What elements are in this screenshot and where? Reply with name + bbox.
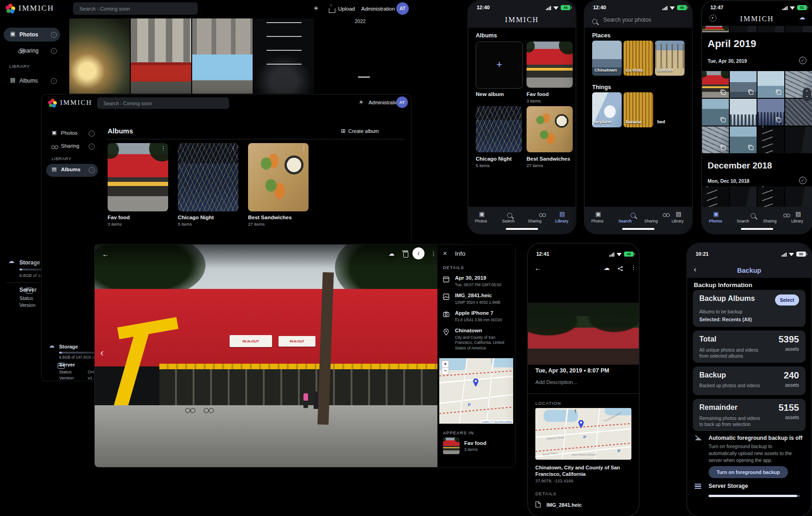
avatar[interactable]: AT (396, 2, 409, 15)
album-card[interactable] (527, 42, 573, 88)
photo-tile[interactable] (730, 71, 757, 98)
create-album-button[interactable]: Create album (348, 128, 379, 134)
sidebar-photos-label[interactable]: Photos (61, 130, 78, 136)
nav-library-label[interactable]: Library (672, 219, 684, 223)
album-card[interactable] (527, 106, 573, 152)
photo-tile[interactable] (702, 71, 729, 98)
new-album-card[interactable]: + (476, 42, 523, 89)
location-map[interactable]: † Jefferson Street Beach Street The Emba… (535, 408, 631, 460)
photo-tile[interactable] (757, 186, 784, 208)
sidebar-albums-label[interactable]: Albums (19, 78, 38, 84)
close-icon[interactable]: × (443, 249, 447, 257)
nav-search-label[interactable]: Search (737, 219, 749, 223)
nav-sharing-label[interactable]: Sharing (644, 219, 658, 223)
photo-thumbnail[interactable] (69, 18, 130, 94)
nav-library-label[interactable]: Library (791, 219, 803, 223)
map-zoom-in-button[interactable]: + (442, 360, 449, 368)
select-day-check-icon[interactable]: ✓ (799, 177, 806, 184)
nav-photos-icon[interactable]: ▣ (713, 210, 719, 217)
administration-link[interactable]: Administration (361, 6, 395, 12)
previous-asset-chevron[interactable]: ‹ (100, 347, 103, 359)
nav-search-label[interactable]: Search (618, 219, 631, 223)
album-name[interactable]: Fav food (527, 91, 549, 97)
photo-tile[interactable] (757, 71, 784, 98)
album-name[interactable]: Chicago Night (476, 156, 512, 162)
theme-toggle-sun-icon[interactable]: ☀ (358, 99, 364, 106)
upload-cloud-icon[interactable]: ☁ (388, 250, 394, 257)
thing-thumbnail[interactable]: airplane (592, 92, 622, 127)
album-more-icon[interactable]: ⋮ (301, 145, 306, 151)
select-day-check-icon[interactable]: ✓ (799, 57, 806, 64)
thing-thumbnail[interactable]: bed (655, 92, 685, 127)
more-icon[interactable]: ⋮ (630, 264, 636, 271)
info-circle-icon[interactable]: i (51, 32, 57, 38)
upload-button[interactable]: Upload (338, 6, 355, 12)
nav-sharing-label[interactable]: Sharing (528, 219, 541, 223)
album-name[interactable]: Best Sandwiches (527, 156, 570, 162)
share-icon[interactable] (618, 266, 623, 271)
description-input[interactable]: Add Description... (535, 379, 577, 385)
album-card[interactable] (178, 143, 238, 211)
search-input[interactable]: Search - Coming soon (73, 2, 198, 15)
album-name[interactable]: Fav food (108, 215, 130, 220)
asset-photo[interactable]: IN-N-OUT IN-N-OUT (95, 245, 437, 467)
info-circle-icon[interactable]: i (51, 48, 57, 54)
upload-cloud-icon[interactable]: ☁ (604, 264, 610, 271)
asset-photo[interactable] (528, 303, 639, 365)
album-name[interactable]: Best Sandwiches (248, 215, 292, 220)
sidebar-sharing-label[interactable]: Sharing (61, 143, 79, 149)
nav-library-icon[interactable]: ▤ (559, 210, 565, 217)
nav-sharing-label[interactable]: Sharing (763, 219, 776, 223)
photo-thumbnail[interactable] (131, 18, 191, 94)
place-thumbnail[interactable]: Lincoln (655, 41, 685, 76)
nav-library-icon[interactable]: ▤ (676, 210, 681, 217)
nav-search-label[interactable]: Search (502, 219, 515, 223)
upload-tray-icon[interactable] (329, 8, 335, 13)
photo-tile[interactable] (730, 126, 757, 153)
sidebar-sharing-label[interactable]: Sharing (19, 48, 38, 54)
nav-photos-label[interactable]: Photos (709, 219, 722, 223)
album-name[interactable]: Chicago Night (178, 215, 214, 220)
nav-search-icon[interactable] (630, 213, 636, 218)
photo-tile[interactable] (702, 126, 729, 153)
nav-search-icon[interactable] (751, 213, 756, 218)
info-circle-icon[interactable]: i (89, 167, 95, 173)
album-card[interactable] (248, 143, 309, 211)
search-input[interactable]: Search - Coming soon (97, 97, 229, 109)
photo-tile[interactable] (730, 99, 757, 126)
info-circle-icon[interactable]: i (89, 144, 95, 150)
theme-toggle-sun-icon[interactable]: ☀ (313, 5, 319, 12)
map-zoom-out-button[interactable]: − (442, 367, 449, 375)
photo-tile[interactable] (785, 99, 812, 126)
info-button-active[interactable]: i (412, 247, 424, 259)
appears-in-thumbnail[interactable] (443, 438, 460, 454)
photo-tile[interactable] (702, 186, 729, 208)
photo-tile[interactable] (757, 126, 784, 153)
nav-sharing-icon[interactable] (539, 213, 546, 218)
photo-tile[interactable] (757, 99, 784, 126)
info-map[interactable]: P + − Leaflet | © OpenStreetMap (439, 358, 513, 424)
timeline-scrubber[interactable] (358, 77, 370, 78)
nav-photos-icon[interactable]: ▣ (479, 210, 485, 217)
info-circle-icon[interactable]: i (51, 78, 57, 84)
nav-library-label[interactable]: Library (555, 219, 569, 223)
nav-library-icon[interactable]: ▤ (795, 210, 801, 217)
search-input[interactable]: Search your photos (603, 17, 651, 23)
nav-photos-label[interactable]: Photos (591, 219, 603, 223)
appears-in-album-name[interactable]: Fav food (464, 440, 486, 446)
backup-cloud-icon[interactable]: ☁ (799, 14, 805, 21)
photo-thumbnail[interactable] (254, 18, 314, 94)
nav-sharing-icon[interactable] (663, 213, 670, 218)
timeline-scrubber[interactable]: ▴▾ (803, 88, 811, 102)
photo-tile[interactable] (730, 186, 757, 208)
place-thumbnail[interactable]: La Vista (624, 41, 653, 76)
more-icon[interactable]: ⋮ (430, 250, 436, 257)
photo-thumbnail[interactable] (192, 18, 253, 94)
info-circle-icon[interactable]: i (89, 131, 95, 137)
album-card[interactable] (108, 143, 168, 211)
nav-photos-label[interactable]: Photos (475, 219, 487, 223)
photo-tile[interactable] (785, 186, 812, 208)
turn-on-backup-button[interactable]: Turn on foreground backup (709, 466, 788, 478)
select-button[interactable]: Select (775, 294, 799, 306)
album-more-icon[interactable]: ⋮ (161, 145, 166, 151)
